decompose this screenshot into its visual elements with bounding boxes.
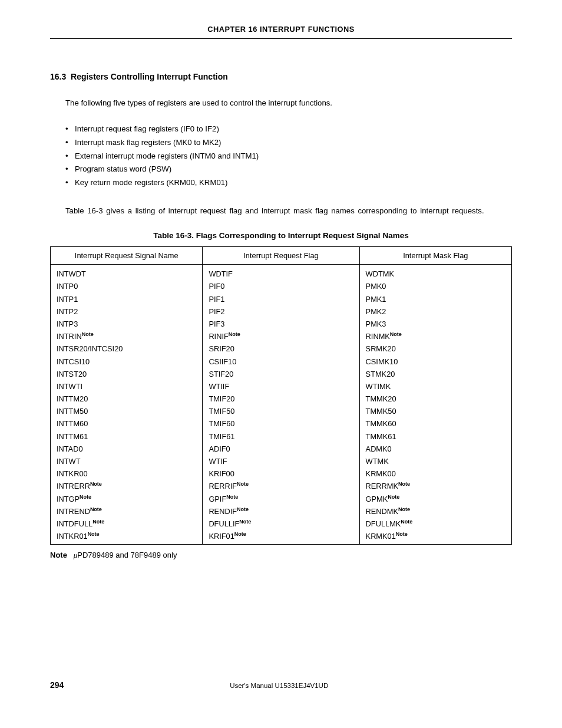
list-item: Interrupt request flag registers (IF0 to… [65,123,512,135]
cell-mask-flag: PMK2 [359,305,511,318]
cell-request-flag: GPIFNote [203,493,359,505]
table-row: INTTM20TMIF20TMMK20 [51,393,512,405]
cell-signal: INTGPNote [51,493,203,505]
running-header: CHAPTER 16 INTERRUPT FUNCTIONS [50,24,512,38]
cell-mask-flag: ADMK0 [359,443,511,455]
cell-signal: INTAD0 [51,443,203,455]
cell-request-flag: KRIF00 [203,467,359,480]
cell-mask-flag: SRMK20 [359,342,511,355]
list-item: Program status word (PSW) [65,163,512,175]
table-row: INTKR00KRIF00KRMK00 [51,467,512,480]
note-superscript: Note [390,331,402,337]
note-superscript: Note [398,506,410,512]
table-row: INTP0PIF0PMK0 [51,280,512,292]
cell-signal: INTWTI [51,380,203,393]
cell-request-flag: TMIF50 [203,405,359,417]
cell-signal: INTRERRNote [51,480,203,492]
col-header-signal: Interrupt Request Signal Name [51,247,203,265]
page: CHAPTER 16 INTERRUPT FUNCTIONS 16.3 Regi… [0,0,562,728]
cell-mask-flag: WTMK [359,455,511,467]
table-note: Note μPD789489 and 78F9489 only [50,549,512,561]
note-superscript: Note [396,531,408,537]
cell-signal: INTST20 [51,368,203,380]
col-header-mask: Interrupt Mask Flag [359,247,511,265]
list-item: External interrupt mode registers (INTM0… [65,150,512,162]
table-header-row: Interrupt Request Signal Name Interrupt … [51,247,512,265]
cell-mask-flag: KRMK00 [359,467,511,480]
table-caption: Table 16-3. Flags Corresponding to Inter… [50,230,512,242]
cell-mask-flag: WTIMK [359,380,511,393]
note-superscript: Note [237,506,249,512]
cell-signal: INTDFULLNote [51,518,203,530]
cell-request-flag: RINIFNote [203,330,359,342]
cell-signal: INTTM50 [51,405,203,417]
cell-signal: INTWDT [51,265,203,281]
table-row: INTRERRNoteRERRIFNoteRERRMKNote [51,480,512,492]
note-label: Note [50,551,67,559]
table-row: INTTM60TMIF60TMMK60 [51,417,512,430]
list-item: Interrupt mask flag registers (MK0 to MK… [65,137,512,149]
col-header-request: Interrupt Request Flag [203,247,359,265]
note-superscript: Note [388,493,399,499]
cell-request-flag: TMIF20 [203,393,359,405]
table-row: INTGPNoteGPIFNoteGPMKNote [51,493,512,505]
table-row: INTP2PIF2PMK2 [51,305,512,318]
cell-request-flag: KRIF01Note [203,530,359,545]
note-superscript: Note [229,331,240,337]
cell-mask-flag: CSIMK10 [359,355,511,368]
body-paragraph: Table 16-3 gives a listing of interrupt … [50,205,512,217]
cell-request-flag: PIF3 [203,318,359,330]
table-row: INTWTWTIFWTMK [51,455,512,467]
table-row: INTRINNoteRINIFNoteRINMKNote [51,330,512,342]
cell-mask-flag: RENDMKNote [359,505,511,518]
table-row: INTDFULLNoteDFULLIFNoteDFULLMKNote [51,518,512,530]
cell-request-flag: TMIF61 [203,430,359,443]
table-row: INTKR01NoteKRIF01NoteKRMK01Note [51,530,512,545]
cell-mask-flag: TMMK61 [359,430,511,443]
cell-request-flag: ADIF0 [203,443,359,455]
cell-mask-flag: KRMK01Note [359,530,511,545]
table-row: INTAD0ADIF0ADMK0 [51,443,512,455]
section-heading: 16.3 Registers Controlling Interrupt Fun… [50,71,512,83]
section-number: 16.3 [50,72,66,81]
bullet-list: Interrupt request flag registers (IF0 to… [50,123,512,189]
note-text: PD789489 and 78F9489 only [77,551,177,559]
section-title: Registers Controlling Interrupt Function [71,72,228,81]
table-row: INTWTIWTIIFWTIMK [51,380,512,393]
note-superscript: Note [234,531,246,537]
table-body: INTWDTWDTIFWDTMKINTP0PIF0PMK0INTP1PIF1PM… [51,265,512,545]
table-row: INTTM61TMIF61TMMK61 [51,430,512,443]
cell-mask-flag: RERRMKNote [359,480,511,492]
cell-signal: INTP2 [51,305,203,318]
table-row: INTP3PIF3PMK3 [51,318,512,330]
cell-request-flag: PIF2 [203,305,359,318]
cell-signal: INTP0 [51,280,203,292]
note-superscript: Note [88,531,100,537]
cell-request-flag: RERRIFNote [203,480,359,492]
cell-signal: INTP1 [51,293,203,305]
page-number: 294 [50,679,64,691]
note-superscript: Note [90,481,102,487]
note-superscript: Note [80,493,91,499]
cell-mask-flag: PMK0 [359,280,511,292]
cell-mask-flag: TMMK60 [359,417,511,430]
cell-signal: INTTM60 [51,417,203,430]
cell-request-flag: WTIF [203,455,359,467]
cell-signal: INTKR01Note [51,530,203,545]
list-item: Key return mode registers (KRM00, KRM01) [65,177,512,189]
note-superscript: Note [398,481,410,487]
intro-paragraph: The following five types of registers ar… [50,97,512,109]
cell-request-flag: DFULLIFNote [203,518,359,530]
note-superscript: Note [82,331,94,337]
cell-request-flag: PIF0 [203,280,359,292]
cell-mask-flag: STMK20 [359,368,511,380]
table-row: INTWDTWDTIFWDTMK [51,265,512,281]
note-superscript: Note [401,519,412,525]
header-rule [50,38,512,39]
cell-request-flag: TMIF60 [203,417,359,430]
note-superscript: Note [226,493,238,499]
cell-mask-flag: PMK3 [359,318,511,330]
note-superscript: Note [92,519,104,525]
cell-request-flag: WDTIF [203,265,359,281]
cell-signal: INTKR00 [51,467,203,480]
